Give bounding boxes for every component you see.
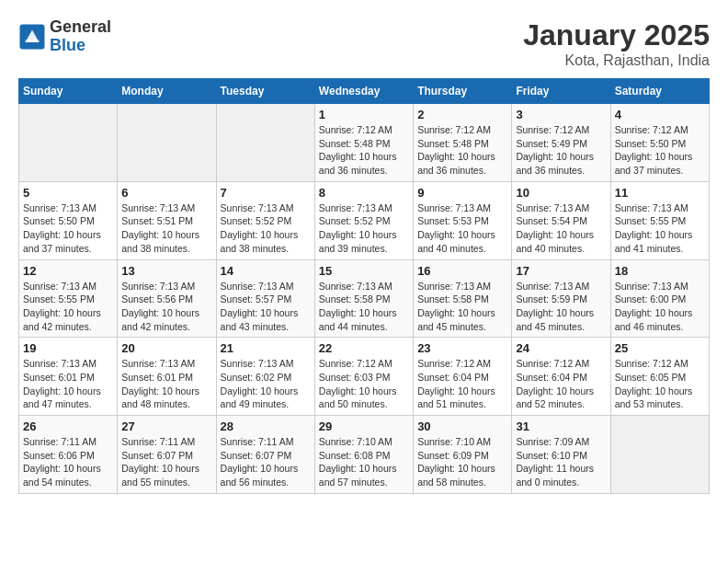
calendar-title: January 2025 [523,18,710,52]
day-info: Sunrise: 7:12 AM Sunset: 5:50 PM Dayligh… [615,123,705,178]
calendar-cell: 10Sunrise: 7:13 AM Sunset: 5:54 PM Dayli… [512,181,610,259]
day-info: Sunrise: 7:13 AM Sunset: 5:59 PM Dayligh… [516,280,606,334]
day-info: Sunrise: 7:13 AM Sunset: 6:01 PM Dayligh… [121,357,211,411]
calendar-cell: 29Sunrise: 7:10 AM Sunset: 6:08 PM Dayli… [314,416,413,494]
day-info: Sunrise: 7:11 AM Sunset: 6:07 PM Dayligh… [121,435,211,489]
day-number: 24 [516,341,606,355]
calendar-cell: 23Sunrise: 7:12 AM Sunset: 6:04 PM Dayli… [414,338,512,416]
calendar-cell: 20Sunrise: 7:13 AM Sunset: 6:01 PM Dayli… [118,338,216,416]
day-number: 17 [516,264,606,278]
day-info: Sunrise: 7:12 AM Sunset: 6:03 PM Dayligh… [319,357,409,411]
calendar-cell: 27Sunrise: 7:11 AM Sunset: 6:07 PM Dayli… [118,416,216,494]
day-info: Sunrise: 7:13 AM Sunset: 5:58 PM Dayligh… [319,280,409,334]
calendar-cell: 25Sunrise: 7:12 AM Sunset: 6:05 PM Dayli… [610,338,709,416]
calendar-week-row: 26Sunrise: 7:11 AM Sunset: 6:06 PM Dayli… [19,416,710,494]
logo-text: General Blue [50,18,111,55]
calendar-header: SundayMondayTuesdayWednesdayThursdayFrid… [19,79,710,104]
calendar-cell: 19Sunrise: 7:13 AM Sunset: 6:01 PM Dayli… [19,338,118,416]
calendar-cell: 13Sunrise: 7:13 AM Sunset: 5:56 PM Dayli… [118,259,216,338]
calendar-week-row: 1Sunrise: 7:12 AM Sunset: 5:48 PM Daylig… [19,104,710,182]
calendar-cell: 28Sunrise: 7:11 AM Sunset: 6:07 PM Dayli… [216,416,314,494]
calendar-cell: 21Sunrise: 7:13 AM Sunset: 6:02 PM Dayli… [216,338,314,416]
day-number: 23 [417,341,507,355]
day-number: 13 [121,264,211,278]
day-number: 15 [319,264,409,278]
calendar-table: SundayMondayTuesdayWednesdayThursdayFrid… [18,78,710,494]
day-info: Sunrise: 7:12 AM Sunset: 5:49 PM Dayligh… [516,123,606,178]
day-number: 29 [319,419,409,433]
calendar-cell: 11Sunrise: 7:13 AM Sunset: 5:55 PM Dayli… [610,181,709,259]
day-number: 1 [319,108,409,121]
logo-icon [18,23,46,51]
calendar-cell: 16Sunrise: 7:13 AM Sunset: 5:58 PM Dayli… [414,259,512,338]
day-number: 10 [516,186,606,200]
day-number: 26 [23,419,113,433]
day-info: Sunrise: 7:11 AM Sunset: 6:06 PM Dayligh… [23,435,113,489]
day-number: 2 [417,108,507,121]
day-number: 18 [615,264,705,278]
logo-general: General [50,18,111,37]
calendar-subtitle: Kota, Rajasthan, India [523,52,710,69]
day-info: Sunrise: 7:13 AM Sunset: 6:01 PM Dayligh… [23,357,113,411]
weekday-header: Monday [118,79,216,104]
calendar-cell: 3Sunrise: 7:12 AM Sunset: 5:49 PM Daylig… [512,104,610,182]
calendar-cell: 8Sunrise: 7:13 AM Sunset: 5:52 PM Daylig… [314,181,413,259]
calendar-cell: 30Sunrise: 7:10 AM Sunset: 6:09 PM Dayli… [414,416,512,494]
day-number: 11 [615,186,705,200]
day-info: Sunrise: 7:10 AM Sunset: 6:08 PM Dayligh… [319,435,409,489]
day-info: Sunrise: 7:13 AM Sunset: 6:00 PM Dayligh… [615,280,705,334]
day-info: Sunrise: 7:13 AM Sunset: 6:02 PM Dayligh… [221,357,311,411]
day-info: Sunrise: 7:13 AM Sunset: 5:54 PM Dayligh… [516,201,606,256]
day-number: 19 [23,341,113,355]
day-info: Sunrise: 7:11 AM Sunset: 6:07 PM Dayligh… [221,435,311,489]
calendar-cell: 14Sunrise: 7:13 AM Sunset: 5:57 PM Dayli… [216,259,314,338]
day-info: Sunrise: 7:13 AM Sunset: 5:55 PM Dayligh… [615,201,705,256]
calendar-cell: 18Sunrise: 7:13 AM Sunset: 6:00 PM Dayli… [610,259,709,338]
calendar-week-row: 12Sunrise: 7:13 AM Sunset: 5:55 PM Dayli… [19,259,710,338]
calendar-cell: 15Sunrise: 7:13 AM Sunset: 5:58 PM Dayli… [314,259,413,338]
calendar-cell [610,416,709,494]
day-number: 7 [221,186,311,200]
weekday-header: Wednesday [314,79,413,104]
day-info: Sunrise: 7:13 AM Sunset: 5:57 PM Dayligh… [221,280,311,334]
calendar-cell: 1Sunrise: 7:12 AM Sunset: 5:48 PM Daylig… [314,104,413,182]
day-number: 20 [121,341,211,355]
day-info: Sunrise: 7:13 AM Sunset: 5:50 PM Dayligh… [23,201,113,256]
title-block: January 2025 Kota, Rajasthan, India [523,18,710,69]
day-number: 21 [221,341,311,355]
calendar-cell [118,104,216,182]
calendar-cell: 4Sunrise: 7:12 AM Sunset: 5:50 PM Daylig… [610,104,709,182]
day-number: 14 [221,264,311,278]
weekday-header: Sunday [19,79,118,104]
calendar-cell: 7Sunrise: 7:13 AM Sunset: 5:52 PM Daylig… [216,181,314,259]
calendar-cell: 9Sunrise: 7:13 AM Sunset: 5:53 PM Daylig… [414,181,512,259]
day-info: Sunrise: 7:12 AM Sunset: 6:04 PM Dayligh… [417,357,507,411]
day-info: Sunrise: 7:09 AM Sunset: 6:10 PM Dayligh… [516,435,606,489]
day-info: Sunrise: 7:12 AM Sunset: 6:04 PM Dayligh… [516,357,606,411]
calendar-cell [216,104,314,182]
day-number: 16 [417,264,507,278]
calendar-cell: 22Sunrise: 7:12 AM Sunset: 6:03 PM Dayli… [314,338,413,416]
day-number: 9 [417,186,507,200]
calendar-cell: 17Sunrise: 7:13 AM Sunset: 5:59 PM Dayli… [512,259,610,338]
calendar-cell: 31Sunrise: 7:09 AM Sunset: 6:10 PM Dayli… [512,416,610,494]
weekday-header: Thursday [414,79,512,104]
day-number: 28 [221,419,311,433]
day-info: Sunrise: 7:13 AM Sunset: 5:53 PM Dayligh… [417,201,507,256]
logo: General Blue [18,18,111,55]
page-header: General Blue January 2025 Kota, Rajastha… [18,18,710,69]
day-number: 12 [23,264,113,278]
calendar-cell: 26Sunrise: 7:11 AM Sunset: 6:06 PM Dayli… [19,416,118,494]
logo-blue: Blue [50,37,111,55]
calendar-cell: 2Sunrise: 7:12 AM Sunset: 5:48 PM Daylig… [414,104,512,182]
day-info: Sunrise: 7:13 AM Sunset: 5:52 PM Dayligh… [221,201,311,256]
calendar-cell: 5Sunrise: 7:13 AM Sunset: 5:50 PM Daylig… [19,181,118,259]
day-number: 30 [417,419,507,433]
calendar-cell: 12Sunrise: 7:13 AM Sunset: 5:55 PM Dayli… [19,259,118,338]
calendar-week-row: 19Sunrise: 7:13 AM Sunset: 6:01 PM Dayli… [19,338,710,416]
day-info: Sunrise: 7:13 AM Sunset: 5:51 PM Dayligh… [121,201,211,256]
day-info: Sunrise: 7:12 AM Sunset: 5:48 PM Dayligh… [319,123,409,178]
calendar-cell: 6Sunrise: 7:13 AM Sunset: 5:51 PM Daylig… [118,181,216,259]
day-number: 27 [121,419,211,433]
weekday-row: SundayMondayTuesdayWednesdayThursdayFrid… [19,79,710,104]
